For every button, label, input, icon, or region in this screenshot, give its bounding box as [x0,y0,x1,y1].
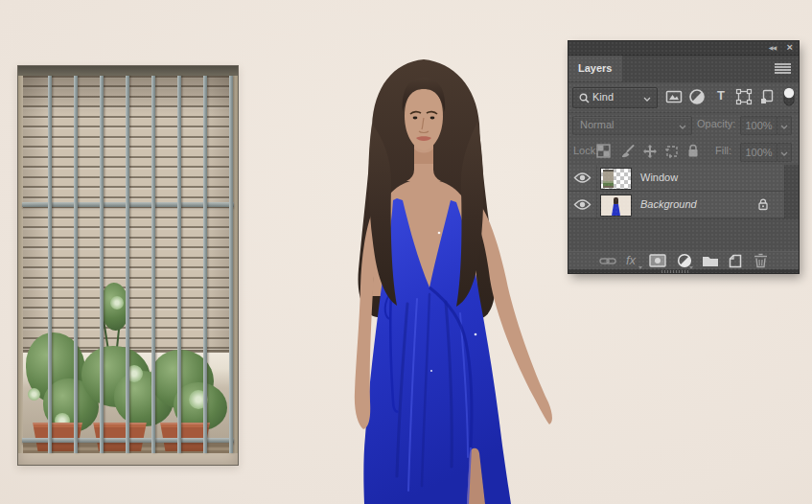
lock-all-icon[interactable] [686,144,702,159]
lock-label: Lock: [573,145,598,156]
eye-icon [573,172,592,184]
lock-row: Lock: Fill: 100% [568,139,799,165]
layer-row-window[interactable]: Window [568,165,784,191]
layer-thumbnail[interactable] [600,168,632,190]
tab-layers[interactable]: Layers [568,56,622,81]
shape-layer-filter-icon[interactable] [735,88,753,105]
layer-list-empty-area[interactable] [568,218,799,251]
link-layers-icon[interactable] [599,253,616,269]
eye-icon [573,198,592,211]
layer-thumbnail[interactable] [600,195,632,217]
adjustment-layer-filter-icon[interactable] [688,88,706,105]
layer-name[interactable]: Window [640,172,678,183]
close-panel-button[interactable]: × [787,41,793,53]
lock-pixels-icon[interactable] [620,144,636,159]
lock-transparency-icon[interactable] [596,144,612,159]
window-lintel [18,66,238,76]
blend-row: Normal Opacity: 100% [568,112,799,139]
model-photo [316,55,556,504]
layer-list-scrollbar-track[interactable] [784,165,799,218]
type-layer-filter-icon[interactable]: T [712,87,730,104]
opacity-dropdown-chevron[interactable] [777,116,792,135]
photoshop-workspace: ◀◀ × Layers Kind [0,0,812,504]
layers-panel: ◀◀ × Layers Kind [568,41,799,273]
add-layer-mask-icon[interactable] [649,254,666,270]
panel-footer: fx [568,251,799,269]
collapse-to-icons-button[interactable]: ◀◀ [769,44,776,51]
layer-row-background[interactable]: Background [568,192,784,218]
visibility-toggle[interactable] [568,165,597,191]
opacity-value[interactable]: 100% [740,116,777,135]
panel-resize-grip[interactable] [661,270,688,273]
pixel-layer-filter-icon[interactable] [665,88,683,105]
search-icon [579,93,590,103]
chevron-down-icon [643,97,651,102]
layer-list: Window Background [568,165,784,218]
fill-value[interactable]: 100% [740,143,777,162]
delete-layer-icon[interactable] [754,253,771,269]
fill-dropdown-chevron[interactable] [777,143,792,162]
chevron-down-icon [679,125,686,129]
visibility-toggle[interactable] [568,192,597,218]
grille-bar [48,76,52,453]
filtering-toggle[interactable] [782,85,800,103]
panel-menu-icon[interactable] [775,63,791,74]
panel-titlebar[interactable]: ◀◀ × [568,41,799,56]
locked-badge-icon [757,198,769,211]
panel-tab-row: Layers [568,56,799,82]
new-layer-icon[interactable] [728,253,745,269]
opacity-label: Opacity: [697,118,735,129]
blend-mode-value: Normal [580,119,614,130]
smart-object-filter-icon[interactable] [758,88,776,105]
filter-kind-value: Kind [592,91,614,103]
filter-kind-dropdown[interactable]: Kind [572,87,658,108]
blend-mode-dropdown[interactable]: Normal [572,116,692,135]
lock-position-icon[interactable] [642,144,658,159]
filter-row: Kind T [568,81,799,113]
layer-name[interactable]: Background [640,198,697,210]
window-photo [17,65,239,466]
new-group-icon[interactable] [702,254,719,270]
fill-label: Fill: [715,145,731,156]
lock-artboard-icon[interactable] [664,144,680,159]
